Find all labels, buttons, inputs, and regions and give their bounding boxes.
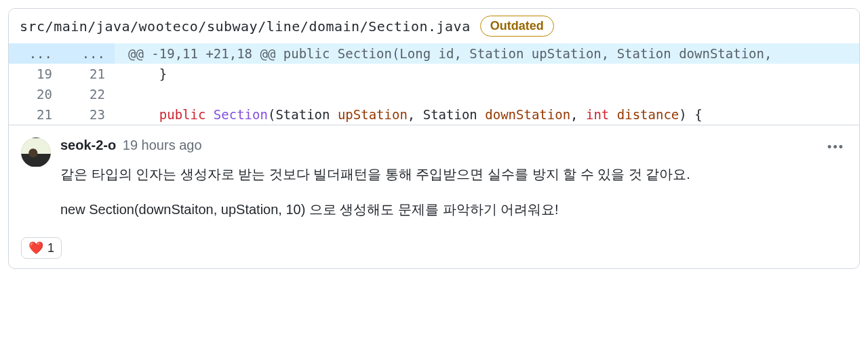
outdated-badge: Outdated — [480, 16, 554, 37]
line-num-old[interactable]: 20 — [9, 84, 62, 104]
line-num-new: ... — [62, 43, 115, 64]
avatar[interactable] — [21, 138, 51, 167]
code-line: 2022 — [9, 84, 859, 104]
comment-author-line: seok-2-o 19 hours ago — [60, 138, 847, 153]
comment-text: 같은 타입의 인자는 생성자로 받는 것보다 빌더패턴을 통해 주입받으면 실수… — [60, 163, 847, 221]
reaction-count: 1 — [47, 241, 54, 255]
line-num-old[interactable]: 21 — [9, 104, 62, 125]
line-num-new[interactable]: 23 — [62, 104, 115, 125]
code-content — [115, 84, 859, 104]
kebab-icon[interactable]: ••• — [825, 138, 847, 157]
reactions-bar: ❤️ 1 — [21, 237, 847, 259]
line-num-new[interactable]: 21 — [62, 64, 115, 84]
comment-paragraph: 같은 타입의 인자는 생성자로 받는 것보다 빌더패턴을 통해 주입받으면 실수… — [60, 163, 847, 186]
review-comment: ••• seok-2-o 19 hours ago 같은 타입의 인자는 생성자… — [9, 125, 859, 268]
code-content: } — [115, 64, 859, 84]
file-path[interactable]: src/main/java/wooteco/subway/line/domain… — [20, 18, 471, 35]
line-num-old: ... — [9, 43, 62, 64]
hunk-text: @@ -19,11 +21,18 @@ public Section(Long … — [115, 43, 859, 64]
line-num-old[interactable]: 19 — [9, 64, 62, 84]
review-thread: src/main/java/wooteco/subway/line/domain… — [8, 8, 860, 269]
line-num-new[interactable]: 22 — [62, 84, 115, 104]
file-header: src/main/java/wooteco/subway/line/domain… — [9, 9, 859, 43]
heart-icon: ❤️ — [28, 241, 43, 255]
hunk-header[interactable]: ......@@ -19,11 +21,18 @@ public Section… — [9, 43, 859, 64]
code-line: 1921 } — [9, 64, 859, 84]
reaction-heart[interactable]: ❤️ 1 — [21, 237, 62, 259]
timestamp[interactable]: 19 hours ago — [123, 138, 202, 152]
author-link[interactable]: seok-2-o — [60, 138, 116, 152]
diff-table: ......@@ -19,11 +21,18 @@ public Section… — [9, 43, 859, 125]
code-content: public Section(Station upStation, Statio… — [115, 104, 859, 125]
comment-paragraph: new Section(downStaiton, upStation, 10) … — [60, 198, 847, 221]
code-line: 2123 public Section(Station upStation, S… — [9, 104, 859, 125]
